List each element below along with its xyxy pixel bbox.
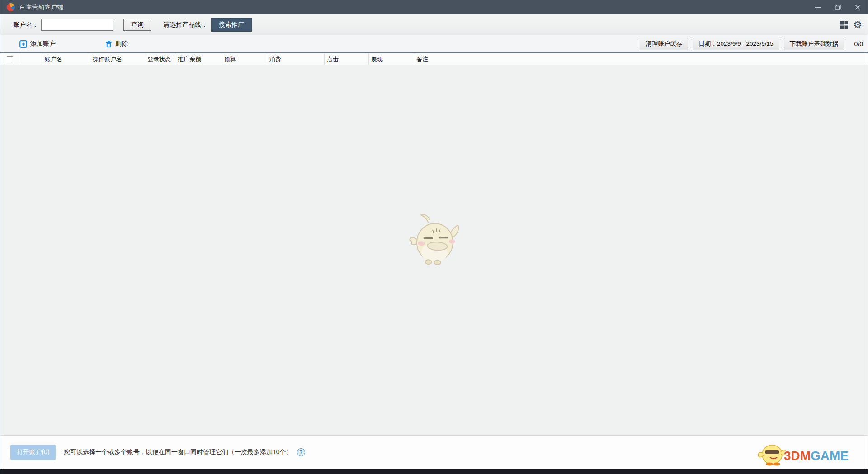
bottom-desktop-strip — [0, 469, 868, 474]
footer-hint-text: 您可以选择一个或多个账号，以便在同一窗口同时管理它们（一次最多添加10个） — [64, 448, 292, 456]
delete-button[interactable]: 删除 — [105, 40, 128, 48]
select-all-cell — [0, 53, 19, 65]
open-account-button[interactable]: 打开账户(0) — [10, 445, 56, 460]
account-name-input[interactable] — [41, 19, 113, 31]
table-header-row: 账户名 操作账户名 登录状态 推广余额 预算 消费 点击 展现 备注 — [0, 53, 868, 65]
col-header-promo-balance[interactable]: 推广余额 — [175, 53, 222, 65]
col-header-account-name[interactable]: 账户名 — [42, 53, 90, 65]
col-header-budget[interactable]: 预算 — [222, 53, 267, 65]
help-icon[interactable]: ? — [297, 448, 305, 456]
trash-icon — [105, 40, 112, 48]
title-bar: 百度营销客户端 — [0, 0, 868, 14]
table-body-empty-area — [0, 65, 868, 435]
select-all-checkbox[interactable] — [7, 56, 13, 62]
close-icon — [855, 5, 860, 10]
col-header-login-status[interactable]: 登录状态 — [145, 53, 175, 65]
download-data-button[interactable]: 下载账户基础数据 — [784, 38, 844, 50]
query-button[interactable]: 查询 — [123, 19, 151, 31]
product-line-label: 请选择产品线： — [163, 21, 208, 29]
empty-state-chick-mascot — [409, 213, 462, 269]
top-right-icons: ⚙ — [840, 20, 862, 30]
layout-grid-icon[interactable] — [840, 20, 849, 29]
3dmgame-logo-text: 3DMGAME — [784, 450, 849, 462]
account-count: 0/0 — [854, 40, 863, 47]
product-line-button[interactable]: 搜索推广 — [211, 18, 252, 32]
app-logo-icon — [7, 3, 15, 11]
restore-icon — [835, 5, 841, 10]
col-header-clicks[interactable]: 点击 — [325, 53, 369, 65]
footer-bar: 打开账户(0) 您可以选择一个或多个账号，以便在同一窗口同时管理它们（一次最多添… — [0, 435, 868, 469]
col-header-operator-account[interactable]: 操作账户名 — [90, 53, 145, 65]
account-name-label: 账户名： — [13, 21, 38, 29]
search-bar: 账户名： 查询 请选择产品线： 搜索推广 ⚙ — [0, 14, 868, 35]
add-account-button[interactable]: 添加账户 — [19, 40, 56, 48]
add-account-label: 添加账户 — [30, 40, 56, 48]
delete-label: 删除 — [115, 40, 128, 48]
minimize-icon — [815, 7, 821, 8]
add-plus-icon — [19, 40, 27, 48]
clear-cache-button[interactable]: 清理账户缓存 — [640, 38, 688, 50]
col-header-consumption[interactable]: 消费 — [267, 53, 325, 65]
col-header-blank — [19, 53, 42, 65]
toolbar: 添加账户 删除 清理账户缓存 日期：2023/9/9 - 2023/9/15 下… — [0, 35, 868, 53]
date-range-button[interactable]: 日期：2023/9/9 - 2023/9/15 — [693, 38, 779, 50]
3dmgame-watermark: 3DMGAME — [758, 442, 849, 466]
settings-gear-icon[interactable]: ⚙ — [853, 20, 862, 30]
close-button[interactable] — [848, 0, 868, 14]
window-title: 百度营销客户端 — [19, 3, 64, 11]
col-header-impressions[interactable]: 展现 — [369, 53, 414, 65]
app-window: 百度营销客户端 账户名： 查询 请选择产品线： 搜索推广 — [0, 0, 868, 474]
window-controls — [808, 0, 868, 14]
restore-button[interactable] — [828, 0, 848, 14]
minimize-button[interactable] — [808, 0, 828, 14]
col-header-remarks[interactable]: 备注 — [414, 53, 868, 65]
